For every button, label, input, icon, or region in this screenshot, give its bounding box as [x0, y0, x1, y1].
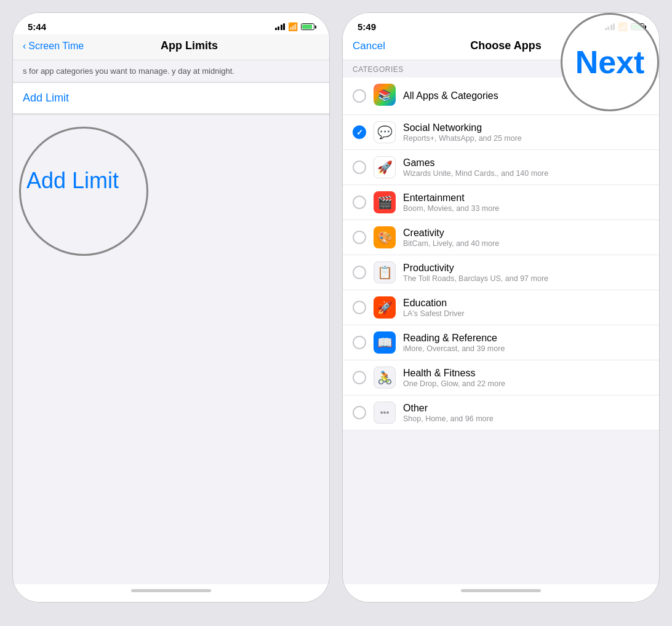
add-limit-label[interactable]: Add Limit	[23, 92, 69, 104]
status-bar-left: 5:44 📶	[13, 13, 329, 34]
signal-bar-r4	[613, 23, 615, 30]
category-icon-all: 📚	[374, 84, 396, 108]
signal-bar-3	[281, 25, 282, 30]
category-sub-education: LA's Safest Driver	[403, 309, 649, 318]
nav-bar-left: ‹ Screen Time App Limits	[13, 34, 329, 60]
signal-bar-4	[283, 23, 285, 30]
home-indicator-left	[13, 584, 329, 602]
category-icon-health: 🚴	[374, 366, 396, 389]
cancel-button[interactable]: Cancel	[353, 40, 385, 52]
category-text-entertainment: EntertainmentBoom, Movies, and 33 more	[403, 192, 649, 213]
wifi-icon-right: 📶	[618, 22, 628, 31]
category-item-social[interactable]: 💬Social NetworkingReports+, WhatsApp, an…	[343, 115, 659, 150]
category-icon-other: •••	[374, 402, 396, 424]
radio-productivity[interactable]	[353, 266, 366, 279]
category-sub-health: One Drop, Glow, and 22 more	[403, 379, 649, 388]
category-item-health[interactable]: 🚴Health & FitnessOne Drop, Glow, and 22 …	[343, 360, 659, 395]
category-text-all: All Apps & Categories	[403, 90, 649, 101]
category-list: 📚 All Apps & Categories💬Social Networkin…	[343, 77, 659, 430]
category-name-productivity: Productivity	[403, 263, 649, 274]
category-name-other: Other	[403, 403, 649, 414]
category-item-all[interactable]: 📚 All Apps & Categories	[343, 77, 659, 115]
categories-header: CATEGORIES	[343, 60, 659, 77]
radio-games[interactable]	[353, 160, 366, 174]
category-item-other[interactable]: •••OtherShop, Home, and 96 more	[343, 395, 659, 430]
category-sub-social: Reports+, WhatsApp, and 25 more	[403, 134, 649, 143]
chevron-left-icon: ‹	[23, 41, 26, 52]
category-name-entertainment: Entertainment	[403, 192, 649, 204]
category-item-games[interactable]: 🚀GamesWizards Unite, Mind Cards., and 14…	[343, 150, 659, 185]
signal-bar-2	[278, 26, 279, 30]
status-time-left: 5:44	[28, 22, 46, 32]
category-item-reading[interactable]: 📖Reading & ReferenceiMore, Overcast, and…	[343, 325, 659, 360]
radio-social[interactable]	[353, 125, 366, 139]
home-bar-right	[461, 589, 541, 592]
radio-other[interactable]	[353, 406, 366, 419]
category-sub-entertainment: Boom, Movies, and 33 more	[403, 204, 649, 213]
add-limit-row[interactable]: Add Limit	[13, 82, 329, 114]
radio-health[interactable]	[353, 371, 366, 384]
battery-icon-left	[301, 23, 314, 30]
signal-bars-left	[275, 23, 286, 30]
category-sub-reading: iMore, Overcast, and 39 more	[403, 344, 649, 353]
category-text-reading: Reading & ReferenceiMore, Overcast, and …	[403, 333, 649, 353]
back-label: Screen Time	[28, 41, 84, 52]
status-time-right: 5:49	[358, 22, 376, 32]
battery-fill-left	[302, 25, 312, 29]
category-name-health: Health & Fitness	[403, 368, 649, 379]
category-item-creativity[interactable]: 🎨CreativityBitCam, Lively, and 40 more	[343, 220, 659, 255]
subtitle-text: s for app categories you want to manage.…	[23, 66, 234, 76]
category-icon-social: 💬	[374, 121, 396, 143]
category-text-education: EducationLA's Safest Driver	[403, 298, 649, 318]
status-icons-left: 📶	[275, 22, 315, 31]
category-sub-productivity: The Toll Roads, Barclays US, and 97 more	[403, 274, 649, 283]
category-name-education: Education	[403, 298, 649, 309]
subtitle-bar: s for app categories you want to manage.…	[13, 60, 329, 82]
category-sub-other: Shop, Home, and 96 more	[403, 414, 649, 423]
status-bar-right: 5:49 📶	[343, 13, 659, 34]
signal-bar-r3	[610, 25, 612, 30]
radio-entertainment[interactable]	[353, 196, 366, 209]
svg-text:📚: 📚	[378, 89, 392, 102]
category-text-creativity: CreativityBitCam, Lively, and 40 more	[403, 228, 649, 248]
radio-creativity[interactable]	[353, 231, 366, 244]
category-item-entertainment[interactable]: 🎬EntertainmentBoom, Movies, and 33 more	[343, 185, 659, 220]
empty-area-left	[13, 115, 329, 584]
left-phone: Add Limit 5:44 📶 ‹ Screen Time	[12, 12, 330, 603]
home-indicator-right	[343, 584, 659, 602]
battery-icon-right	[631, 23, 644, 30]
category-item-education[interactable]: 🚀EducationLA's Safest Driver	[343, 290, 659, 325]
battery-fill-right	[632, 25, 642, 29]
category-icon-productivity: 📋	[374, 261, 396, 283]
radio-all[interactable]	[353, 89, 366, 103]
signal-bar-r1	[605, 28, 607, 30]
category-icon-education: 🚀	[374, 296, 396, 319]
right-phone: Next 5:49 📶 Cancel Choose Apps	[342, 12, 660, 603]
wifi-icon-left: 📶	[288, 22, 298, 31]
category-name-all: All Apps & Categories	[403, 90, 649, 101]
empty-area-right	[343, 430, 659, 584]
category-text-productivity: ProductivityThe Toll Roads, Barclays US,…	[403, 263, 649, 283]
home-bar-left	[131, 589, 211, 592]
page-title-right: Choose Apps	[470, 39, 541, 52]
category-sub-games: Wizards Unite, Mind Cards., and 140 more	[403, 169, 649, 178]
radio-education[interactable]	[353, 301, 366, 314]
nav-bar-right: Cancel Choose Apps Next	[343, 34, 659, 60]
signal-bar-1	[275, 28, 277, 30]
category-icon-games: 🚀	[374, 156, 396, 178]
category-text-other: OtherShop, Home, and 96 more	[403, 403, 649, 423]
category-name-games: Games	[403, 157, 649, 168]
status-icons-right: 📶	[605, 22, 645, 31]
category-text-health: Health & FitnessOne Drop, Glow, and 22 m…	[403, 368, 649, 388]
category-name-social: Social Networking	[403, 122, 649, 133]
category-icon-entertainment: 🎬	[374, 191, 396, 213]
category-item-productivity[interactable]: 📋ProductivityThe Toll Roads, Barclays US…	[343, 255, 659, 290]
back-button[interactable]: ‹ Screen Time	[23, 41, 84, 52]
category-icon-reading: 📖	[374, 331, 396, 354]
signal-bar-r2	[607, 26, 609, 30]
category-icon-creativity: 🎨	[374, 226, 396, 248]
radio-reading[interactable]	[353, 336, 366, 349]
category-text-games: GamesWizards Unite, Mind Cards., and 140…	[403, 157, 649, 178]
category-sub-creativity: BitCam, Lively, and 40 more	[403, 239, 649, 248]
category-name-creativity: Creativity	[403, 228, 649, 239]
